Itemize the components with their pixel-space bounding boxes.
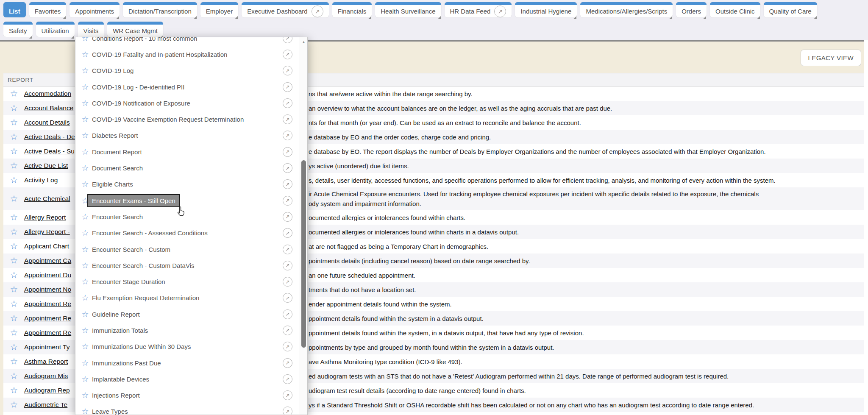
favorite-star-icon[interactable]: ☆ bbox=[8, 241, 20, 251]
favorite-star-icon[interactable]: ☆ bbox=[81, 309, 89, 319]
report-link[interactable]: Active Deals - Su bbox=[24, 148, 75, 155]
report-link[interactable]: Applicant Chart bbox=[24, 242, 69, 250]
open-in-new-icon[interactable]: ↗ bbox=[283, 261, 292, 270]
open-in-new-icon[interactable]: ↗ bbox=[283, 82, 292, 92]
favorite-star-icon[interactable]: ☆ bbox=[8, 328, 20, 338]
favorite-star-icon[interactable]: ☆ bbox=[81, 82, 89, 92]
favorite-star-icon[interactable]: ☆ bbox=[81, 293, 89, 303]
favorite-star-icon[interactable]: ☆ bbox=[8, 284, 20, 295]
favorite-star-icon[interactable]: ☆ bbox=[81, 374, 89, 384]
tab-medications-allergies-scripts[interactable]: Medications/Allergies/Scripts ↗ bbox=[580, 2, 673, 17]
open-in-new-icon[interactable]: ↗ bbox=[283, 98, 292, 108]
favorite-star-icon[interactable]: ☆ bbox=[8, 371, 20, 381]
favorite-star-icon[interactable]: ☆ bbox=[81, 179, 89, 189]
favorite-star-icon[interactable]: ☆ bbox=[81, 50, 89, 59]
tab-list[interactable]: List ↗ bbox=[3, 2, 26, 17]
open-in-new-icon[interactable]: ↗ bbox=[283, 326, 292, 335]
menu-item-document-report[interactable]: ☆ Document Report ↗ bbox=[75, 144, 300, 160]
favorite-star-icon[interactable]: ☆ bbox=[81, 98, 89, 108]
report-link[interactable]: Activity Log bbox=[24, 176, 58, 184]
report-link[interactable]: Allergy Report - bbox=[24, 228, 70, 236]
open-in-new-icon[interactable]: ↗ bbox=[283, 374, 292, 384]
favorite-star-icon[interactable]: ☆ bbox=[8, 357, 20, 367]
report-link[interactable]: Appointment Re bbox=[24, 315, 71, 322]
favorite-star-icon[interactable]: ☆ bbox=[81, 131, 89, 140]
menu-item-encounter-search-custom[interactable]: ☆ Encounter Search - Custom ↗ bbox=[75, 241, 300, 257]
report-link[interactable]: Asthma Report bbox=[24, 358, 68, 365]
report-link[interactable]: Allergy Report bbox=[24, 214, 66, 221]
favorite-star-icon[interactable]: ☆ bbox=[8, 146, 20, 156]
menu-item-flu-exemption-request-determination[interactable]: ☆ Flu Exemption Request Determination ↗ bbox=[75, 290, 300, 306]
open-in-new-icon[interactable]: ↗ bbox=[283, 147, 292, 157]
menu-item-encounter-exams-still-open[interactable]: ☆ Encounter Exams - Still Open ↗ bbox=[75, 192, 300, 209]
open-in-new-icon[interactable]: ↗ bbox=[283, 179, 292, 189]
open-in-new-icon[interactable]: ↗ bbox=[283, 245, 292, 254]
favorite-star-icon[interactable]: ☆ bbox=[8, 299, 20, 309]
favorite-star-icon[interactable]: ☆ bbox=[81, 326, 89, 335]
menu-item-encounter-stage-duration[interactable]: ☆ Encounter Stage Duration ↗ bbox=[75, 273, 300, 290]
menu-item-injections-report[interactable]: ☆ Injections Report ↗ bbox=[75, 387, 300, 404]
tab-outside-clinic[interactable]: Outside Clinic ↗ bbox=[710, 2, 760, 17]
favorite-star-icon[interactable]: ☆ bbox=[81, 390, 89, 400]
favorite-star-icon[interactable]: ☆ bbox=[81, 342, 89, 351]
favorite-star-icon[interactable]: ☆ bbox=[8, 117, 20, 128]
open-in-new-icon[interactable]: ↗ bbox=[283, 390, 292, 400]
report-link[interactable]: Account Details bbox=[24, 119, 70, 126]
scroll-up-icon[interactable]: ▲ bbox=[300, 37, 307, 47]
menu-item-covid-19-log-de-identified-pii[interactable]: ☆ COVID-19 Log - De-identified PII ↗ bbox=[75, 79, 300, 95]
open-in-new-icon[interactable]: ↗ bbox=[283, 50, 292, 59]
report-link[interactable]: Accommodation bbox=[24, 90, 71, 97]
favorite-star-icon[interactable]: ☆ bbox=[81, 147, 89, 157]
tab-dictation-transcription[interactable]: Dictation/Transcription ↗ bbox=[123, 2, 197, 17]
menu-item-encounter-search-custom-datavis[interactable]: ☆ Encounter Search - Custom DataVis ↗ bbox=[75, 257, 300, 273]
open-in-new-icon[interactable]: ↗ bbox=[283, 37, 292, 43]
tab-visits[interactable]: Visits ↗ bbox=[78, 22, 104, 37]
menu-item-conditions-report-10-most-common[interactable]: ☆ Conditions Report - 10 most common ↗ bbox=[75, 37, 300, 46]
favorite-star-icon[interactable]: ☆ bbox=[8, 175, 20, 185]
favorite-star-icon[interactable]: ☆ bbox=[8, 313, 20, 323]
favorite-star-icon[interactable]: ☆ bbox=[81, 407, 89, 415]
scrollbar-thumb[interactable] bbox=[301, 160, 306, 348]
open-in-new-icon[interactable]: ↗ bbox=[283, 163, 292, 173]
report-link[interactable]: Audiogram Mis bbox=[24, 372, 68, 380]
report-link[interactable]: Audiometric Te bbox=[24, 401, 67, 409]
tab-orders[interactable]: Orders ↗ bbox=[676, 2, 707, 17]
menu-scrollbar[interactable]: ▲ bbox=[300, 37, 307, 415]
tab-safety[interactable]: Safety ↗ bbox=[3, 22, 33, 37]
open-in-new-icon[interactable]: ↗ bbox=[283, 277, 292, 287]
menu-item-immunizations-past-due[interactable]: ☆ Immunizations Past Due ↗ bbox=[75, 355, 300, 371]
menu-item-encounter-search-assessed-conditions[interactable]: ☆ Encounter Search - Assessed Conditions… bbox=[75, 225, 300, 241]
open-in-new-icon[interactable]: ↗ bbox=[283, 212, 292, 222]
report-link[interactable]: Appointment Du bbox=[24, 271, 71, 279]
report-link[interactable]: Appointment No bbox=[24, 286, 71, 293]
favorite-star-icon[interactable]: ☆ bbox=[8, 194, 20, 204]
report-link[interactable]: Appointment Ty bbox=[24, 343, 70, 351]
report-link[interactable]: Audiogram Rep bbox=[24, 387, 70, 394]
menu-item-covid-19-vaccine-exemption-request-determination[interactable]: ☆ COVID-19 Vaccine Exemption Request Det… bbox=[75, 111, 300, 127]
tab-utilization[interactable]: Utilization ↗ bbox=[36, 22, 75, 37]
menu-item-document-search[interactable]: ☆ Document Search ↗ bbox=[75, 160, 300, 176]
favorite-star-icon[interactable]: ☆ bbox=[8, 132, 20, 142]
report-link[interactable]: Acute Chemical bbox=[24, 195, 70, 203]
tab-industrial-hygiene[interactable]: Industrial Hygiene ↗ bbox=[515, 2, 577, 17]
tab-financials[interactable]: Financials ↗ bbox=[332, 2, 372, 17]
open-in-new-icon[interactable]: ↗ bbox=[283, 293, 292, 303]
report-link[interactable]: Appointment Ca bbox=[24, 257, 71, 265]
open-in-new-icon[interactable]: ↗ bbox=[283, 228, 292, 238]
menu-item-eligible-charts[interactable]: ☆ Eligible Charts ↗ bbox=[75, 176, 300, 192]
favorite-star-icon[interactable]: ☆ bbox=[81, 212, 89, 222]
tab-hr-data-feed[interactable]: HR Data Feed ↗ bbox=[445, 2, 512, 17]
favorite-star-icon[interactable]: ☆ bbox=[8, 89, 20, 99]
open-in-new-icon[interactable]: ↗ bbox=[283, 309, 292, 319]
favorite-star-icon[interactable]: ☆ bbox=[8, 227, 20, 237]
favorite-star-icon[interactable]: ☆ bbox=[8, 161, 20, 171]
tab-employer[interactable]: Employer ↗ bbox=[200, 2, 238, 17]
tab-appointments[interactable]: Appointments ↗ bbox=[70, 2, 120, 17]
tab-quality-of-care[interactable]: Quality of Care ↗ bbox=[764, 2, 817, 17]
favorite-star-icon[interactable]: ☆ bbox=[81, 37, 89, 43]
menu-item-diabetes-report[interactable]: ☆ Diabetes Report ↗ bbox=[75, 128, 300, 144]
menu-item-covid-19-log[interactable]: ☆ COVID-19 Log ↗ bbox=[75, 63, 300, 79]
report-link[interactable]: Appointment Re bbox=[24, 329, 71, 337]
menu-item-immunization-totals[interactable]: ☆ Immunization Totals ↗ bbox=[75, 322, 300, 338]
favorite-star-icon[interactable]: ☆ bbox=[81, 358, 89, 368]
